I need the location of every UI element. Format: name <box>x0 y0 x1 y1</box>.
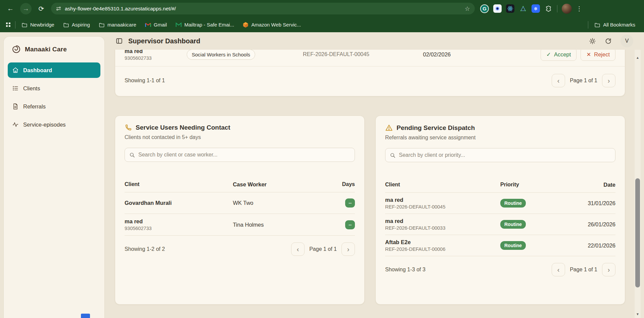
app-header: Supervisor Dashboard V <box>105 32 644 50</box>
folder-icon <box>99 22 105 28</box>
site-info-icon[interactable] <box>56 6 61 11</box>
table-row[interactable]: ma red REF-2026-DEFAULT-00033 Routine 26… <box>385 214 615 235</box>
blue-extension-icon[interactable] <box>493 4 502 13</box>
home-icon <box>12 67 19 74</box>
row-date: 31/01/2026 <box>565 200 615 207</box>
prev-page-button[interactable]: ‹ <box>552 263 565 276</box>
sidebar-item-clients[interactable]: Clients <box>8 81 100 96</box>
refresh-icon[interactable] <box>605 38 612 45</box>
page-indicator: Page 1 of 1 <box>570 267 597 273</box>
content-scroll-area: ma red 9305602733 Social Workers in Scho… <box>105 50 644 318</box>
row-client: Aftab E2e <box>385 239 500 245</box>
forward-icon[interactable]: → <box>20 3 32 14</box>
snowflake-extension-icon[interactable]: ❄ <box>532 4 540 13</box>
referral-reference: REF-2026-DEFAULT-00045 <box>294 51 378 57</box>
browser-menu-icon[interactable]: ⋮ <box>576 5 582 12</box>
table-row[interactable]: Aftab E2e REF-2026-DEFAULT-00006 Routine… <box>385 235 615 256</box>
chevron-right-icon: › <box>608 266 610 274</box>
accept-label: Accept <box>554 51 571 58</box>
phone-icon <box>125 124 132 131</box>
list-icon <box>12 85 19 92</box>
bookmark-newbridge[interactable]: Newbridge <box>19 20 57 29</box>
warning-icon <box>385 124 393 132</box>
bookmark-aspiring[interactable]: Aspiring <box>60 20 93 29</box>
reload-icon[interactable]: ⟳ <box>36 3 47 14</box>
bookmark-gmail[interactable]: Gmail <box>142 20 170 29</box>
scrollbar-thumb[interactable] <box>635 178 640 287</box>
dispatch-search-box <box>385 148 615 162</box>
prev-page-button[interactable]: ‹ <box>291 242 305 256</box>
browser-profile-avatar[interactable] <box>562 4 572 14</box>
extensions-puzzle-icon[interactable] <box>544 4 553 13</box>
dispatch-card: Pending Service Dispatch Referrals await… <box>375 116 625 305</box>
aws-cube-icon <box>243 22 248 28</box>
back-icon[interactable]: ← <box>5 3 16 14</box>
search-icon <box>390 152 396 158</box>
all-bookmarks[interactable]: All Bookmarks <box>592 20 638 29</box>
sidebar-item-label: Referrals <box>23 103 46 110</box>
page-title: Supervisor Dashboard <box>128 37 200 45</box>
sidebar-item-dashboard[interactable]: Dashboard <box>8 62 100 78</box>
gmail-icon <box>145 22 151 28</box>
dispatch-search-input[interactable] <box>399 152 611 158</box>
contact-pager: ‹ Page 1 of 1 › <box>291 242 355 256</box>
contact-search-input[interactable] <box>138 152 350 158</box>
sidebar: Manaaki Care Dashboard Clients Referrals… <box>3 36 105 318</box>
bookmarks-divider <box>15 21 15 29</box>
vertical-scrollbar[interactable]: ▲ ▼ <box>635 50 641 318</box>
sidebar-item-referrals[interactable]: Referrals <box>8 99 100 114</box>
bookmark-mailtrap[interactable]: Mailtrap - Safe Emai... <box>173 20 237 29</box>
bookmark-star-icon[interactable]: ☆ <box>465 5 470 12</box>
sidebar-item-service-episodes[interactable]: Service-episodes <box>8 117 100 132</box>
check-icon: ✓ <box>546 51 551 58</box>
bookmark-label: manaakicare <box>107 22 136 28</box>
column-client: Client <box>125 181 233 188</box>
accept-button[interactable]: ✓ Accept <box>541 50 577 61</box>
scroll-up-icon[interactable]: ▲ <box>635 56 641 59</box>
sidebar-toggle-icon[interactable] <box>116 37 123 45</box>
theme-toggle-sun-icon[interactable] <box>589 38 596 45</box>
bookmark-label: Aspiring <box>72 22 90 28</box>
bookmark-aws[interactable]: Amazon Web Servic... <box>240 20 304 29</box>
chevron-left-icon: ‹ <box>557 266 560 274</box>
extensions-row: G ❄ ⋮ <box>480 4 582 14</box>
column-client: Client <box>385 182 500 188</box>
chevron-left-icon: ‹ <box>297 245 299 253</box>
table-row[interactable]: ma red REF-2026-DEFAULT-00045 Routine 31… <box>385 193 615 214</box>
referral-queue-pager: ‹ Page 1 of 1 › <box>552 74 615 87</box>
url-text[interactable]: ashy-flower-0e4e85310.1.azurestaticapps.… <box>65 6 461 12</box>
dispatch-table-header: Client Priority Date <box>385 182 615 193</box>
next-page-button[interactable]: › <box>602 263 615 276</box>
bookmark-manaakicare[interactable]: manaakicare <box>96 20 139 29</box>
apps-grid-icon[interactable] <box>6 22 10 27</box>
referral-client-name: ma red <box>125 50 187 54</box>
table-row[interactable]: ma red 9305602733 Tina Holmes -- <box>125 214 355 236</box>
prev-page-button[interactable]: ‹ <box>552 74 565 87</box>
row-reference: REF-2026-DEFAULT-00045 <box>385 204 500 210</box>
next-page-button[interactable]: › <box>602 74 615 87</box>
folder-icon <box>594 22 600 28</box>
next-page-button[interactable]: › <box>341 242 355 256</box>
grammarly-extension-icon[interactable]: G <box>480 4 489 13</box>
referral-queue-card: ma red 9305602733 Social Workers in Scho… <box>115 50 625 96</box>
service-tag: Social Workers in Schools <box>187 50 255 60</box>
triangle-extension-icon[interactable] <box>519 4 527 13</box>
dispatch-card-title: Pending Service Dispatch <box>397 124 475 132</box>
row-client: Govardhan Murali <box>125 200 233 206</box>
bookmark-label: Mailtrap - Safe Emai... <box>184 22 234 28</box>
row-date: 22/01/2026 <box>565 242 615 249</box>
react-devtools-icon[interactable] <box>506 4 514 13</box>
sidebar-item-label: Service-episodes <box>23 122 66 128</box>
sidebar-item-label: Dashboard <box>23 67 52 74</box>
table-row[interactable]: Govardhan Murali WK Two -- <box>125 192 355 214</box>
column-date: Date <box>565 182 615 188</box>
column-priority: Priority <box>500 182 565 188</box>
address-bar[interactable]: ashy-flower-0e4e85310.1.azurestaticapps.… <box>51 3 475 14</box>
brand: Manaaki Care <box>4 37 104 57</box>
contact-card: Service Users Needing Contact Clients no… <box>115 116 365 305</box>
scroll-down-icon[interactable]: ▼ <box>635 312 641 316</box>
user-avatar[interactable]: V <box>620 35 633 47</box>
reject-button[interactable]: ✕ Reject <box>581 50 615 61</box>
row-client-phone: 9305602733 <box>125 226 233 231</box>
document-icon <box>12 103 19 110</box>
